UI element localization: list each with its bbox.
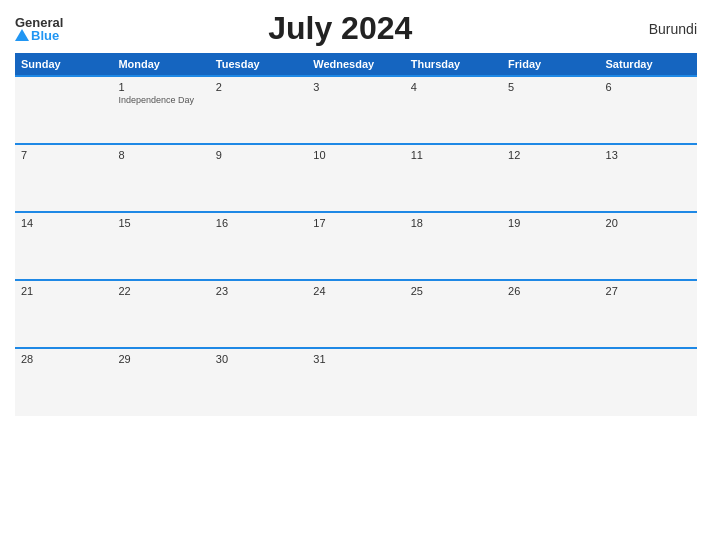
day-number: 5 (508, 81, 593, 93)
calendar-cell: 27 (600, 280, 697, 348)
calendar-cell: 23 (210, 280, 307, 348)
calendar-header-row: SundayMondayTuesdayWednesdayThursdayFrid… (15, 53, 697, 76)
calendar-cell: 8 (112, 144, 209, 212)
calendar-week-row: 1Independence Day23456 (15, 76, 697, 144)
col-header-sunday: Sunday (15, 53, 112, 76)
calendar-title: July 2024 (63, 10, 617, 47)
calendar-page: General Blue July 2024 Burundi SundayMon… (0, 0, 712, 550)
calendar-cell: 1Independence Day (112, 76, 209, 144)
calendar-cell (600, 348, 697, 416)
day-number: 22 (118, 285, 203, 297)
country-label: Burundi (617, 21, 697, 37)
calendar-cell: 17 (307, 212, 404, 280)
calendar-week-row: 21222324252627 (15, 280, 697, 348)
day-number: 28 (21, 353, 106, 365)
header: General Blue July 2024 Burundi (15, 10, 697, 47)
day-number: 8 (118, 149, 203, 161)
calendar-cell: 26 (502, 280, 599, 348)
day-number: 7 (21, 149, 106, 161)
calendar-week-row: 14151617181920 (15, 212, 697, 280)
day-number: 31 (313, 353, 398, 365)
day-number: 12 (508, 149, 593, 161)
day-number: 10 (313, 149, 398, 161)
calendar-cell (405, 348, 502, 416)
calendar-cell: 3 (307, 76, 404, 144)
calendar-cell: 31 (307, 348, 404, 416)
calendar-cell (502, 348, 599, 416)
day-number: 4 (411, 81, 496, 93)
calendar-cell: 6 (600, 76, 697, 144)
logo-general-text: General (15, 16, 63, 29)
day-number: 19 (508, 217, 593, 229)
calendar-cell: 11 (405, 144, 502, 212)
calendar-cell: 22 (112, 280, 209, 348)
logo-blue-row: Blue (15, 29, 59, 42)
calendar-cell: 29 (112, 348, 209, 416)
calendar-cell: 2 (210, 76, 307, 144)
calendar-cell: 14 (15, 212, 112, 280)
day-number: 16 (216, 217, 301, 229)
calendar-cell: 20 (600, 212, 697, 280)
col-header-wednesday: Wednesday (307, 53, 404, 76)
calendar-cell: 18 (405, 212, 502, 280)
calendar-cell: 28 (15, 348, 112, 416)
calendar-cell (15, 76, 112, 144)
logo-blue-text: Blue (31, 29, 59, 42)
calendar-cell: 15 (112, 212, 209, 280)
calendar-week-row: 28293031 (15, 348, 697, 416)
day-number: 9 (216, 149, 301, 161)
col-header-friday: Friday (502, 53, 599, 76)
calendar-cell: 7 (15, 144, 112, 212)
day-number: 25 (411, 285, 496, 297)
calendar-cell: 30 (210, 348, 307, 416)
day-number: 2 (216, 81, 301, 93)
calendar-cell: 25 (405, 280, 502, 348)
calendar-cell: 19 (502, 212, 599, 280)
day-number: 11 (411, 149, 496, 161)
col-header-saturday: Saturday (600, 53, 697, 76)
calendar-table: SundayMondayTuesdayWednesdayThursdayFrid… (15, 53, 697, 416)
day-number: 3 (313, 81, 398, 93)
day-number: 6 (606, 81, 691, 93)
calendar-week-row: 78910111213 (15, 144, 697, 212)
calendar-cell: 4 (405, 76, 502, 144)
calendar-cell: 10 (307, 144, 404, 212)
calendar-cell: 9 (210, 144, 307, 212)
calendar-cell: 13 (600, 144, 697, 212)
col-header-thursday: Thursday (405, 53, 502, 76)
calendar-cell: 5 (502, 76, 599, 144)
day-number: 17 (313, 217, 398, 229)
logo-triangle-icon (15, 29, 29, 41)
day-number: 1 (118, 81, 203, 93)
day-number: 14 (21, 217, 106, 229)
day-number: 26 (508, 285, 593, 297)
day-number: 13 (606, 149, 691, 161)
calendar-cell: 24 (307, 280, 404, 348)
day-number: 20 (606, 217, 691, 229)
calendar-cell: 21 (15, 280, 112, 348)
day-number: 27 (606, 285, 691, 297)
day-event: Independence Day (118, 95, 203, 105)
day-number: 24 (313, 285, 398, 297)
col-header-tuesday: Tuesday (210, 53, 307, 76)
day-number: 21 (21, 285, 106, 297)
calendar-cell: 16 (210, 212, 307, 280)
day-number: 23 (216, 285, 301, 297)
day-number: 18 (411, 217, 496, 229)
col-header-monday: Monday (112, 53, 209, 76)
day-number: 15 (118, 217, 203, 229)
day-number: 29 (118, 353, 203, 365)
logo: General Blue (15, 16, 63, 42)
day-number: 30 (216, 353, 301, 365)
calendar-cell: 12 (502, 144, 599, 212)
